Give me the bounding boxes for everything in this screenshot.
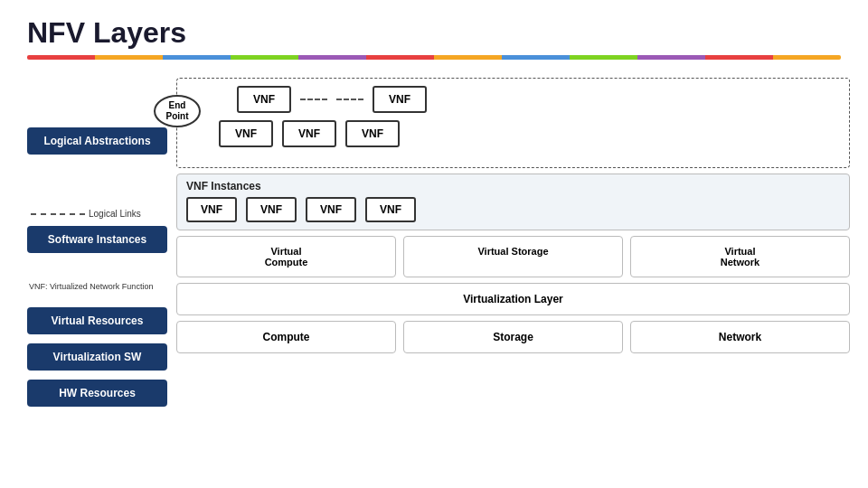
hw-compute-box: Compute (176, 321, 396, 353)
dashed-connector-2 (336, 99, 363, 100)
vnf-box-bot-1: VNF (219, 120, 273, 147)
dashed-connector-1 (300, 99, 327, 100)
virtual-network-label: Virtual Network (721, 246, 760, 267)
logical-abstractions-section: End Point VNF VNF VNF VNF VNF End Point (176, 78, 850, 168)
page-title: NFV Layers (27, 16, 841, 50)
label-logical-abstractions: Logical Abstractions (27, 127, 167, 155)
vnf-box-top-2: VNF (373, 86, 427, 113)
vnf-instances-row: VNF VNF VNF VNF (186, 197, 840, 222)
vnf-instance-2: VNF (246, 197, 297, 222)
virtualization-layer-label: Virtualization Layer (463, 293, 562, 305)
vnf-instance-4: VNF (365, 197, 416, 222)
label-software-instances: Software Instances (27, 226, 167, 253)
vnf-box-bot-2: VNF (282, 120, 336, 147)
diagram-column: End Point VNF VNF VNF VNF VNF End Point … (176, 78, 850, 407)
label-virtualization-sw: Virtualization SW (27, 343, 167, 371)
vnf-note: VNF: Virtualized Network Function (27, 282, 167, 291)
vnf-top-row: VNF VNF (210, 86, 840, 113)
virtual-network-box: Virtual Network (630, 236, 850, 277)
logical-links-row: Logical Links (27, 209, 167, 219)
virtual-resources-section: Virtual Compute Virtual Storage Virtual … (176, 236, 850, 277)
vnf-instance-3: VNF (306, 197, 356, 222)
main-content: Logical Abstractions Logical Links Softw… (0, 69, 868, 416)
hw-network-box: Network (630, 321, 850, 353)
logical-links-label: Logical Links (89, 209, 141, 219)
vnf-box-bot-3: VNF (345, 120, 400, 147)
header: NFV Layers (0, 0, 868, 60)
dashed-line-icon (31, 213, 56, 215)
endpoint-left: End Point (154, 95, 201, 127)
vnf-instance-1: VNF (186, 197, 237, 222)
hw-compute-label: Compute (263, 331, 310, 343)
header-bar (27, 55, 841, 60)
dashed-line-icon2 (60, 213, 85, 215)
labels-column: Logical Abstractions Logical Links Softw… (27, 78, 167, 407)
virtual-storage-label: Virtual Storage (477, 246, 548, 257)
virtual-storage-box: Virtual Storage (403, 236, 623, 277)
vnf-instances-title: VNF Instances (186, 180, 840, 192)
vnf-instances-section: VNF Instances VNF VNF VNF VNF (176, 174, 850, 230)
virtualization-layer-section: Virtualization Layer (176, 283, 850, 315)
label-virtual-resources: Virtual Resources (27, 307, 167, 334)
label-hw-resources: HW Resources (27, 380, 167, 407)
hw-network-label: Network (719, 331, 761, 343)
hw-storage-box: Storage (403, 321, 623, 353)
vnf-bottom-row: VNF VNF VNF (210, 120, 840, 147)
hw-resources-section: Compute Storage Network (176, 321, 850, 353)
vnf-box-top-1: VNF (237, 86, 291, 113)
virtual-compute-box: Virtual Compute (176, 236, 396, 277)
virtual-compute-label: Virtual Compute (265, 246, 308, 267)
hw-storage-label: Storage (493, 331, 533, 343)
